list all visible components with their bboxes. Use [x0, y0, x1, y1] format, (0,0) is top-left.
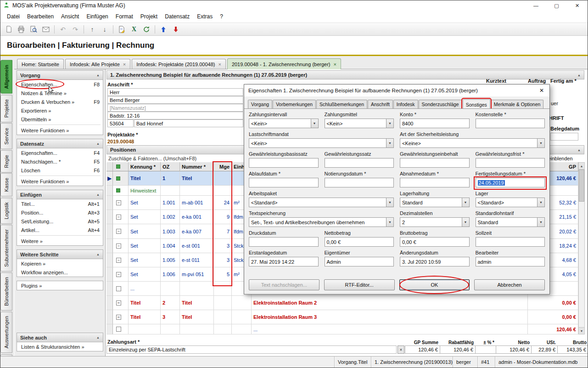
sidebar-item-exportieren[interactable]: Exportieren »	[17, 106, 103, 115]
konto-input[interactable]: 8400	[400, 119, 470, 128]
vtab-logistik[interactable]: Logistik	[0, 198, 12, 224]
standardlohntarif-select[interactable]: Standard▼	[476, 217, 545, 227]
move-down-icon[interactable]: ↓	[99, 24, 111, 35]
gw-frist-input[interactable]	[476, 158, 545, 168]
edit-document-icon[interactable]	[116, 24, 128, 35]
col-mge[interactable]: Mge	[214, 162, 232, 171]
col-oz[interactable]: OZ	[161, 162, 180, 171]
menu-hilfe[interactable]: ?	[216, 12, 227, 21]
collapse-icon[interactable]: ▲	[577, 74, 581, 77]
chevron-down-icon[interactable]: ▼	[537, 218, 544, 226]
ablaufdatum-input[interactable]	[249, 178, 319, 187]
vtab-kasse[interactable]: Kasse	[0, 173, 12, 197]
chevron-down-icon[interactable]: ▼	[386, 139, 393, 147]
col-nummer[interactable]: Nummer *	[180, 162, 214, 171]
print-icon[interactable]	[15, 24, 27, 35]
abnahmedatum-input[interactable]	[400, 178, 470, 187]
close-tab-icon[interactable]: ×	[334, 62, 336, 67]
excel-export-icon[interactable]: X	[128, 24, 140, 35]
chevron-down-icon[interactable]: ▼	[537, 139, 544, 147]
expand-node-icon[interactable]	[116, 327, 121, 332]
chevron-down-icon[interactable]: ▼	[462, 198, 469, 207]
refresh-icon[interactable]	[140, 24, 152, 35]
projektakte-link[interactable]: 2019.00048	[107, 139, 134, 144]
vtab-allgemein[interactable]: Allgemein	[0, 60, 12, 94]
table-row[interactable]: ... 120,46 €	[106, 324, 578, 334]
menu-extras[interactable]: Extras	[193, 12, 216, 21]
collapse-icon[interactable]: ▲	[96, 193, 100, 196]
tab-infodesk-projekte[interactable]: Infodesk: Alle Projekte×	[65, 59, 130, 69]
vtab-bueroarbeiten[interactable]: Büroarbeiten	[0, 272, 12, 311]
sidebar-item-uebermitteln[interactable]: Übermitteln »	[17, 115, 103, 124]
sidebar-item-plugins[interactable]: Plugins »	[17, 281, 103, 290]
table-scrollbar[interactable]: ▲ ▼	[578, 162, 585, 334]
menu-format[interactable]: Format	[112, 12, 137, 21]
gw-einbehalt-input[interactable]	[400, 158, 470, 168]
plz-field[interactable]: 53604	[107, 119, 134, 127]
col-kennung[interactable]: Kennung *	[129, 162, 161, 171]
sidebar-item-weitere[interactable]: Weitere »	[17, 237, 103, 245]
prozent-value[interactable]	[476, 345, 496, 354]
scrollbar-thumb[interactable]	[579, 170, 584, 202]
table-row[interactable]: − Titel 2 Titel Elektroinstallation Raum…	[106, 296, 578, 310]
collapse-icon[interactable]: ▲	[577, 148, 581, 152]
collapse-node-icon[interactable]: −	[116, 258, 121, 263]
sidebar-item-drucken[interactable]: Drucken & Verbuchen »F9	[17, 97, 103, 106]
sidebar-item-ds-eigenschaften[interactable]: Eigenschaften...F4	[17, 148, 103, 157]
menu-datei[interactable]: Datei	[3, 12, 23, 21]
menu-bearbeiten[interactable]: Bearbeiten	[23, 12, 57, 21]
sidebar-item-notizen[interactable]: Notizen & Termine »	[17, 89, 103, 97]
tab-infodesk-projektakte[interactable]: Infodesk: Projektakte (2019.00048)×	[132, 59, 226, 69]
arbeitspaket-select[interactable]: <Standard>▼	[249, 198, 394, 207]
chevron-down-icon[interactable]: ▼	[537, 198, 544, 207]
dialog-close-button[interactable]: ✕	[534, 85, 549, 96]
sidebar-item-nachschlagen[interactable]: Nachschlagen... *F5	[17, 157, 103, 166]
lager-select[interactable]: <Standard>▼	[476, 198, 545, 207]
table-row[interactable]: − Titel 3 Titel Elektroinstallation Raum…	[106, 310, 578, 324]
zuschlaege-link[interactable]: Zuschläge & Faktoren... (Umschalt+F8)	[108, 156, 196, 161]
sidebar-item-listen[interactable]: Listen & Strukturansichten »	[17, 342, 103, 351]
close-tab-icon[interactable]: ×	[218, 62, 221, 67]
collapse-node-icon[interactable]: −	[116, 315, 121, 320]
notierungsdatum-input[interactable]	[325, 178, 394, 187]
chevron-down-icon[interactable]: ▼	[386, 198, 393, 207]
sidebar-item-workflow[interactable]: Workflow anzeigen...	[17, 268, 103, 277]
sidebar-item-titel[interactable]: Titel...Alt+1	[17, 199, 103, 208]
strasse-field[interactable]: Badstr. 12-16	[107, 112, 243, 119]
collapse-icon[interactable]: ▲	[96, 253, 100, 256]
collapse-node-icon[interactable]: −	[116, 243, 121, 249]
gw-satz-input[interactable]	[325, 158, 394, 168]
vtab-regie[interactable]: Regie	[0, 150, 12, 173]
sidebar-item-set-leistung[interactable]: Set/Leistung...Alt+5	[17, 217, 103, 226]
redo-icon[interactable]: ↷	[69, 24, 81, 35]
dialog-tab-sonstiges[interactable]: Sonstiges	[463, 99, 490, 109]
close-tab-icon[interactable]: ×	[123, 62, 126, 67]
vtab-service[interactable]: Service	[0, 123, 12, 149]
chevron-down-icon[interactable]: ▼	[311, 119, 318, 128]
tab-home[interactable]: Home: Startseite	[17, 59, 64, 69]
collapse-node-icon[interactable]: −	[116, 272, 121, 277]
abbrechen-button[interactable]: Abbrechen	[474, 279, 545, 290]
chevron-down-icon[interactable]: ▼	[386, 218, 393, 226]
sidebar-item-kopieren[interactable]: Kopieren »	[17, 259, 103, 268]
fertigstellungsdatum-input[interactable]: 24.05.2019	[476, 178, 545, 187]
collapse-node-icon[interactable]: −	[116, 200, 121, 205]
dialog-tab-schlussbemerkungen[interactable]: Schlußbemerkungen	[316, 100, 367, 108]
move-up-icon[interactable]: ↑	[86, 24, 98, 35]
dialog-tab-infodesk[interactable]: Infodesk	[393, 100, 418, 108]
sidebar-item-weitere-funktionen[interactable]: Weitere Funktionen »	[17, 126, 103, 135]
dialog-tab-anschrift[interactable]: Anschrift	[368, 100, 393, 108]
chevron-down-icon[interactable]: ▼	[386, 119, 393, 128]
gw-basissatz-input[interactable]	[249, 158, 319, 168]
maximize-button[interactable]: ▢	[546, 0, 567, 11]
sidebar-item-eigenschaften[interactable]: Eigenschaften... F8	[17, 80, 103, 89]
email-icon[interactable]	[40, 24, 52, 35]
dialog-tab-vorgang[interactable]: Vorgang	[248, 100, 272, 108]
new-document-icon[interactable]	[3, 24, 15, 35]
belegdatum-field[interactable]	[550, 133, 578, 141]
minimize-button[interactable]: —	[526, 0, 546, 11]
menu-datensatz[interactable]: Datensatz	[161, 12, 193, 21]
menu-ansicht[interactable]: Ansicht	[57, 12, 83, 21]
dialog-tab-vorbemerkungen[interactable]: Vorbemerkungen	[273, 100, 316, 108]
sidebar-item-ds-weitere-funktionen[interactable]: Weitere Funktionen »	[17, 177, 103, 186]
